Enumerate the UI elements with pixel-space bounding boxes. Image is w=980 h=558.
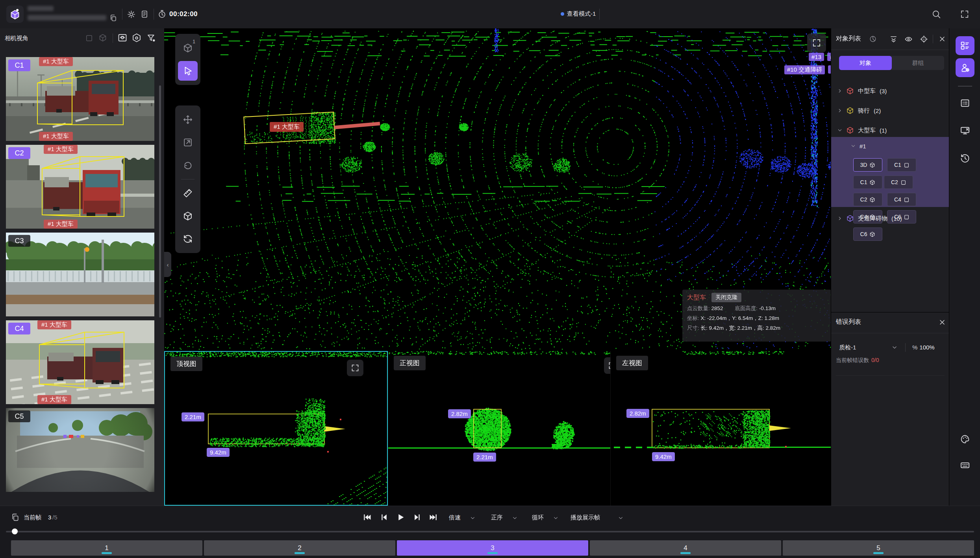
attributes-form-icon[interactable] xyxy=(956,94,974,113)
chevron-right-icon[interactable] xyxy=(837,107,843,114)
notes-icon[interactable] xyxy=(140,10,149,18)
tab-groups[interactable]: 群组 xyxy=(892,56,945,70)
dashboard-icon[interactable] xyxy=(956,36,974,55)
view-mode-label[interactable]: 查看模式-1 xyxy=(567,10,596,18)
gear-icon[interactable] xyxy=(127,10,136,19)
next-frame-button[interactable] xyxy=(413,513,422,522)
show-2d-boxes-icon[interactable] xyxy=(117,33,128,43)
badge-c1-3d[interactable]: C1 xyxy=(853,176,882,189)
copy-icon[interactable] xyxy=(109,14,117,22)
front-view-expand-button[interactable] xyxy=(604,357,610,374)
badge-c4-2d[interactable]: C4 xyxy=(887,193,916,206)
badge-3d[interactable]: 3D xyxy=(853,158,882,172)
badge-c6-3d[interactable]: C6 xyxy=(853,227,882,241)
skip-first-button[interactable] xyxy=(362,513,371,522)
frame-button-5[interactable]: 5 xyxy=(783,540,974,556)
frame-button-3[interactable]: 3 xyxy=(397,540,588,556)
square-icon xyxy=(904,162,910,168)
rotate-tool-button[interactable] xyxy=(178,155,198,175)
badge-c2-2d[interactable]: C2 xyxy=(884,176,913,189)
close-icon[interactable] xyxy=(938,35,946,43)
tree-group-midsize-vehicle[interactable]: 中型车 (3) xyxy=(831,84,949,98)
qc-round-select[interactable]: 质检-1 xyxy=(839,344,856,351)
play-display-dropdown[interactable]: 播放展示帧 xyxy=(571,514,600,521)
chevron-down-icon[interactable] xyxy=(850,143,856,149)
selected-object-label: #1 大型车 xyxy=(270,122,304,132)
play-button[interactable] xyxy=(396,513,405,522)
camera-thumb-c3[interactable]: C3 xyxy=(6,233,154,316)
selected-object-block: #1 3D C1 C1 C2 C2 C4 C4 C6 C6 xyxy=(831,137,949,207)
tab-objects[interactable]: 对象 xyxy=(839,56,892,70)
front-view-panel[interactable]: 正视图 2.82m 2.21m xyxy=(388,351,610,506)
camera-thumb-c2[interactable]: C2 #1 大型车 #1 大型车 xyxy=(6,145,154,229)
chevron-down-icon[interactable] xyxy=(837,127,843,133)
tree-group-cyclist[interactable]: 骑行 (2) xyxy=(831,104,949,117)
left-view-canvas[interactable] xyxy=(611,351,831,506)
fullscreen-icon[interactable] xyxy=(960,9,969,19)
chevron-down-icon[interactable] xyxy=(891,344,898,351)
history-icon[interactable] xyxy=(956,149,974,168)
close-clone-button[interactable]: 关闭克隆 xyxy=(711,293,741,302)
collapse-panel-handle[interactable]: ‹ xyxy=(164,252,171,277)
skip-last-button[interactable] xyxy=(429,513,438,522)
qc-stamp-icon[interactable] xyxy=(956,58,974,77)
frame-button-4[interactable]: 4 xyxy=(590,540,781,556)
move-tool-button[interactable] xyxy=(178,110,198,129)
pointcloud-viewport[interactable]: 1 ‹ #13 # #10 交通障碍 # #1 大型车 大型车 关闭克隆 xyxy=(164,28,831,351)
object-label: #1 大型车 xyxy=(44,145,78,154)
timeline-slider-thumb[interactable] xyxy=(12,528,18,534)
camera-panel-scrollbar[interactable] xyxy=(159,85,161,318)
export-box-button[interactable] xyxy=(178,133,198,152)
sync-tool-button[interactable] xyxy=(178,229,198,249)
viewport-expand-button[interactable] xyxy=(807,33,826,52)
filter-icon[interactable] xyxy=(146,33,156,43)
select-tool-button[interactable] xyxy=(178,61,198,81)
camera-thumb-c4[interactable]: C4 #1 大型车 #1 大型车 xyxy=(6,320,154,404)
chevron-right-icon[interactable] xyxy=(837,215,843,222)
palette-icon[interactable] xyxy=(956,430,974,449)
tree-item-1[interactable]: #1 xyxy=(831,139,949,153)
tree-group-traffic-barrier[interactable]: 交通障碍物 (10) xyxy=(831,212,949,225)
close-icon[interactable] xyxy=(938,318,946,326)
show-3d-boxes-icon[interactable] xyxy=(132,33,142,43)
badge-c1-2d[interactable]: C1 xyxy=(887,158,916,172)
frame-button-2[interactable]: 2 xyxy=(204,540,395,556)
top-view-expand-button[interactable] xyxy=(347,360,363,376)
box3d-icon[interactable] xyxy=(98,33,107,42)
left-view-panel[interactable]: 左视图 2.82m 9.42m xyxy=(610,351,831,506)
visibility-icon[interactable] xyxy=(904,35,913,43)
clear-screen-icon[interactable] xyxy=(956,121,974,140)
view-cube-button[interactable]: 1 xyxy=(178,38,198,58)
timeline-slider[interactable] xyxy=(6,531,974,532)
prev-frame-button[interactable] xyxy=(379,513,388,522)
app-logo xyxy=(6,6,24,23)
cube-tool-button[interactable] xyxy=(178,206,198,226)
chevron-right-icon[interactable] xyxy=(837,88,843,94)
divider xyxy=(181,179,195,179)
tree-group-large-vehicle[interactable]: 大型车 (1) xyxy=(831,124,949,137)
camera-badge: C3 xyxy=(8,235,30,247)
measure-tool-button[interactable] xyxy=(178,183,198,203)
camera-thumb-c1[interactable]: C1 #1 大型车 #1 大型车 xyxy=(6,57,154,141)
camera-thumb-c5[interactable]: C5 xyxy=(6,408,154,492)
group-name: 大型车 xyxy=(858,127,876,134)
chevron-down-icon[interactable] xyxy=(552,515,559,521)
search-icon[interactable] xyxy=(932,9,941,19)
box2d-icon[interactable] xyxy=(85,34,93,42)
chevron-down-icon[interactable] xyxy=(617,515,624,521)
speed-dropdown[interactable]: 倍速 xyxy=(449,514,461,521)
chevron-down-icon[interactable] xyxy=(469,515,476,521)
order-dropdown[interactable]: 正序 xyxy=(491,514,503,521)
locate-icon[interactable] xyxy=(920,35,928,43)
keyboard-shortcuts-icon[interactable] xyxy=(956,456,974,475)
front-view-canvas[interactable] xyxy=(388,351,610,506)
badge-c2-3d[interactable]: C2 xyxy=(853,193,882,206)
frame-button-1[interactable]: 1 xyxy=(11,540,202,556)
cube-icon xyxy=(846,214,854,222)
top-view-panel[interactable]: 顶视图 2.21m 9.42m xyxy=(164,351,388,506)
loop-dropdown[interactable]: 循环 xyxy=(532,514,544,521)
stopwatch-icon xyxy=(157,9,167,18)
collapse-all-icon[interactable] xyxy=(889,35,898,43)
stats-pie-icon[interactable] xyxy=(869,35,877,43)
chevron-down-icon[interactable] xyxy=(511,515,518,521)
